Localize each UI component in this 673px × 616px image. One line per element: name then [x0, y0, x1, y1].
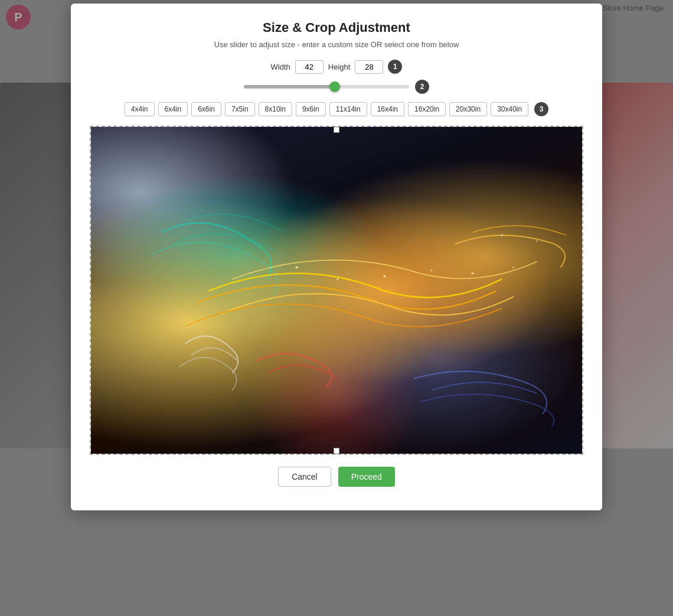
preset-btn-6x4in[interactable]: 6x4in	[158, 102, 188, 116]
crop-handle-bottom[interactable]	[334, 448, 339, 454]
step3-badge: 3	[534, 102, 548, 116]
svg-point-6	[501, 234, 503, 237]
svg-point-4	[471, 272, 473, 274]
height-input[interactable]	[355, 60, 383, 74]
preset-btn-16x4in[interactable]: 16x4in	[371, 102, 404, 116]
svg-point-3	[430, 270, 432, 271]
crop-handle-top[interactable]	[334, 127, 339, 133]
svg-point-1	[336, 278, 338, 280]
preset-row: 4x4in6x4in6x6in7x5in8x10in9x6in11x14in16…	[85, 102, 588, 116]
svg-point-5	[512, 267, 514, 268]
preset-btn-11x14in[interactable]: 11x14in	[329, 102, 367, 116]
height-label: Height	[328, 63, 351, 71]
action-row: Cancel Proceed	[85, 467, 588, 487]
preset-btn-7x5in[interactable]: 7x5in	[225, 102, 255, 116]
svg-point-2	[383, 275, 385, 277]
crop-image	[91, 127, 582, 454]
preset-btn-4x4in[interactable]: 4x4in	[125, 102, 155, 116]
preset-btn-20x30in[interactable]: 20x30in	[449, 102, 487, 116]
preset-btn-9x6in[interactable]: 9x6in	[296, 102, 326, 116]
preset-btn-30x40in[interactable]: 30x40in	[491, 102, 528, 116]
preset-btn-8x10in[interactable]: 8x10in	[259, 102, 292, 116]
proceed-button[interactable]: Proceed	[338, 467, 395, 487]
width-label: Width	[271, 63, 290, 71]
modal-overlay: Size & Crop Adjustment Use slider to adj…	[0, 0, 673, 616]
slider-thumb[interactable]	[329, 81, 340, 92]
preset-btn-6x6in[interactable]: 6x6in	[191, 102, 221, 116]
crop-area[interactable]	[90, 126, 583, 455]
cancel-button[interactable]: Cancel	[278, 467, 331, 487]
modal-subtitle: Use slider to adjust size - enter a cust…	[85, 40, 588, 49]
width-input[interactable]	[295, 60, 324, 74]
trail-overlay-svg	[91, 127, 582, 454]
modal-title: Size & Crop Adjustment	[85, 20, 588, 35]
step2-badge: 2	[415, 80, 429, 94]
slider-track[interactable]	[244, 85, 409, 89]
slider-row: 2	[85, 80, 588, 94]
slider-fill	[244, 85, 335, 89]
size-crop-modal: Size & Crop Adjustment Use slider to adj…	[71, 4, 602, 510]
svg-point-0	[296, 266, 298, 268]
preset-btn-16x20in[interactable]: 16x20in	[408, 102, 446, 116]
svg-point-7	[536, 240, 538, 242]
size-controls-row: Width Height 1	[85, 60, 588, 74]
step1-badge: 1	[388, 60, 402, 74]
